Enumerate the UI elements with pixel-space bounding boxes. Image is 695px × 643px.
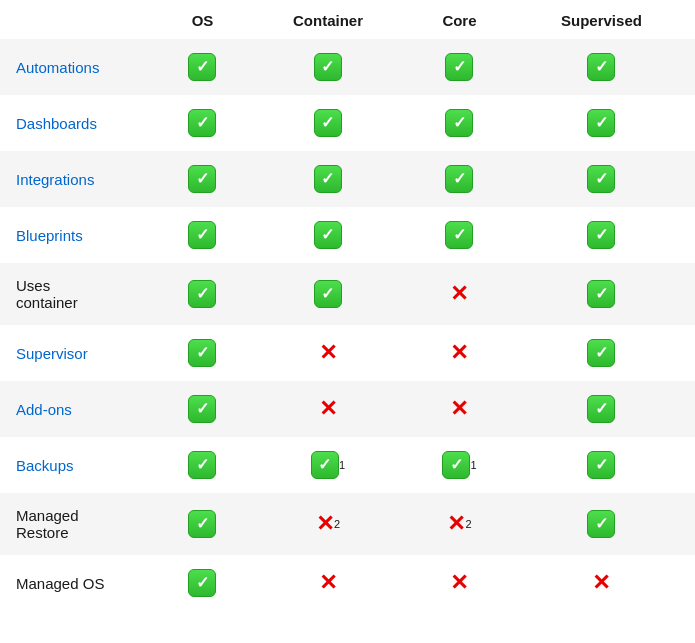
check-icon [188, 109, 216, 137]
check-icon [587, 510, 615, 538]
check-icon [442, 451, 470, 479]
check-icon [587, 451, 615, 479]
check-icon [314, 280, 342, 308]
col-supervised: Supervised [508, 0, 695, 39]
superscript-note: 1 [470, 459, 476, 471]
cell-container: 2 [245, 493, 411, 555]
check-icon [587, 280, 615, 308]
cross-icon [592, 572, 610, 594]
feature-link-dashboards[interactable]: Dashboards [16, 115, 97, 132]
cell-supervised [508, 207, 695, 263]
feature-link-backups[interactable]: Backups [16, 457, 74, 474]
feature-label[interactable]: Automations [0, 39, 160, 95]
feature-label[interactable]: Dashboards [0, 95, 160, 151]
check-icon [314, 165, 342, 193]
check-icon [188, 510, 216, 538]
table-row: Dashboards [0, 95, 695, 151]
col-core: Core [411, 0, 508, 39]
cell-core [411, 151, 508, 207]
cell-container [245, 207, 411, 263]
feature-label[interactable]: Blueprints [0, 207, 160, 263]
feature-label[interactable]: Add-ons [0, 381, 160, 437]
feature-label[interactable]: Integrations [0, 151, 160, 207]
cell-supervised [508, 151, 695, 207]
cross-icon [319, 342, 337, 364]
table-row: Usescontainer [0, 263, 695, 325]
cross-icon [450, 342, 468, 364]
table-row: Blueprints [0, 207, 695, 263]
feature-link-supervisor[interactable]: Supervisor [16, 345, 88, 362]
comparison-table: OS Container Core Supervised Automations… [0, 0, 695, 611]
check-icon [445, 221, 473, 249]
cross-icon [319, 572, 337, 594]
cell-supervised [508, 555, 695, 611]
feature-label: ManagedRestore [0, 493, 160, 555]
cell-core [411, 263, 508, 325]
check-icon [445, 109, 473, 137]
check-icon [314, 53, 342, 81]
cell-os [160, 95, 245, 151]
cell-supervised [508, 95, 695, 151]
cell-os [160, 437, 245, 493]
cell-container [245, 381, 411, 437]
cross-icon [450, 283, 468, 305]
check-icon [587, 53, 615, 81]
feature-link-add-ons[interactable]: Add-ons [16, 401, 72, 418]
check-icon [587, 221, 615, 249]
check-icon [587, 109, 615, 137]
check-icon [587, 395, 615, 423]
cross-icon [447, 513, 465, 535]
check-icon [587, 165, 615, 193]
col-container: Container [245, 0, 411, 39]
feature-link-blueprints[interactable]: Blueprints [16, 227, 83, 244]
table-row: Backups11 [0, 437, 695, 493]
cross-icon [450, 572, 468, 594]
feature-label: Usescontainer [0, 263, 160, 325]
cell-supervised [508, 437, 695, 493]
cross-icon [450, 398, 468, 420]
feature-label[interactable]: Backups [0, 437, 160, 493]
cell-container [245, 263, 411, 325]
cell-os [160, 263, 245, 325]
table-row: Automations [0, 39, 695, 95]
check-icon [188, 165, 216, 193]
cell-core [411, 95, 508, 151]
cross-icon [316, 513, 334, 535]
cell-os [160, 207, 245, 263]
cell-os [160, 493, 245, 555]
cell-core [411, 325, 508, 381]
cell-os [160, 555, 245, 611]
check-icon [188, 569, 216, 597]
superscript-note: 2 [465, 518, 471, 530]
cell-core [411, 381, 508, 437]
table-row: Supervisor [0, 325, 695, 381]
table-row: Managed OS [0, 555, 695, 611]
cell-container [245, 325, 411, 381]
cell-os [160, 325, 245, 381]
table-row: Add-ons [0, 381, 695, 437]
cell-container [245, 95, 411, 151]
cell-os [160, 381, 245, 437]
feature-label[interactable]: Supervisor [0, 325, 160, 381]
check-icon [188, 53, 216, 81]
cell-core [411, 207, 508, 263]
cell-supervised [508, 325, 695, 381]
superscript-note: 2 [334, 518, 340, 530]
cell-supervised [508, 263, 695, 325]
table-row: ManagedRestore22 [0, 493, 695, 555]
cell-os [160, 151, 245, 207]
check-icon [188, 280, 216, 308]
feature-link-integrations[interactable]: Integrations [16, 171, 94, 188]
col-feature [0, 0, 160, 39]
feature-label: Managed OS [0, 555, 160, 611]
feature-link-automations[interactable]: Automations [16, 59, 99, 76]
col-os: OS [160, 0, 245, 39]
cell-container: 1 [245, 437, 411, 493]
table-row: Integrations [0, 151, 695, 207]
check-icon [188, 451, 216, 479]
cell-container [245, 555, 411, 611]
cell-supervised [508, 39, 695, 95]
check-icon [311, 451, 339, 479]
check-icon [188, 395, 216, 423]
cell-supervised [508, 381, 695, 437]
